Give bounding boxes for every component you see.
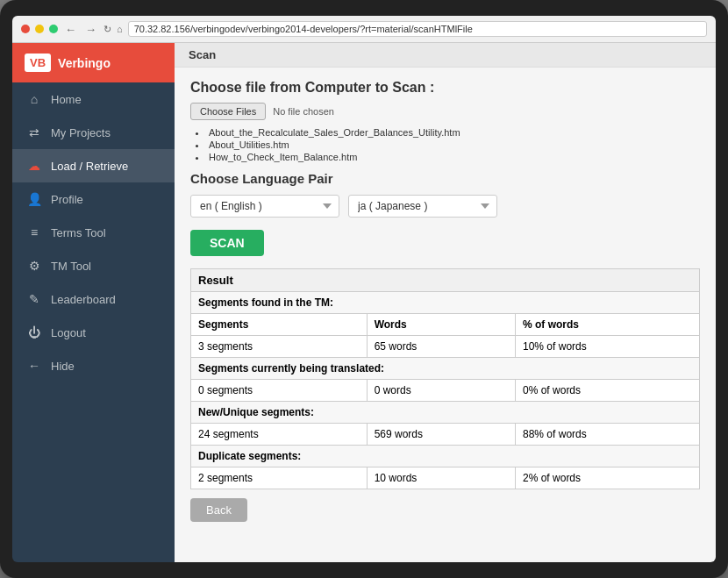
section1-header-row: Segments found in the TM: xyxy=(191,292,700,314)
maximize-btn-icon[interactable] xyxy=(49,25,58,33)
table-row: 3 segments 65 words 10% of words xyxy=(191,336,700,358)
forward-arrow-icon[interactable]: → xyxy=(83,23,98,36)
section1-label: Segments found in the TM: xyxy=(191,292,700,314)
back-button[interactable]: Back xyxy=(190,498,247,522)
sidebar-item-label-my-projects: My Projects xyxy=(51,126,111,139)
sidebar-item-tm-tool[interactable]: ⚙ TM Tool xyxy=(12,249,175,282)
sidebar-item-logout[interactable]: ⏻ Logout xyxy=(12,316,175,349)
logout-icon: ⏻ xyxy=(26,325,42,339)
row4-segments: 2 segments xyxy=(191,467,368,489)
file-item-2: About_Utilities.htm xyxy=(196,139,700,150)
profile-icon: 👤 xyxy=(26,192,42,206)
section2-label: Segments currently being translated: xyxy=(191,358,700,380)
file-chooser-row: Choose Files No file chosen xyxy=(190,103,700,120)
section3-header-row: New/Unique segments: xyxy=(191,402,700,424)
lang-selects: en ( English ) ja ( Japanese ) xyxy=(190,195,700,218)
file-item-3: How_to_Check_Item_Balance.htm xyxy=(196,152,700,162)
page-header: Scan xyxy=(175,43,716,68)
leaderboard-icon: ✎ xyxy=(26,292,42,306)
logo-abbr: VB xyxy=(25,54,51,72)
section4-header-row: Duplicate segments: xyxy=(191,446,700,467)
browser-chrome: ← → ↻ ⌂ xyxy=(12,16,716,43)
logo-name: Verbingo xyxy=(58,56,111,70)
col-pct-header: % of words xyxy=(516,314,700,336)
choose-files-button[interactable]: Choose Files xyxy=(190,103,266,120)
close-btn-icon[interactable] xyxy=(21,25,30,33)
device-frame: ← → ↻ ⌂ VB Verbingo ⌂ Home ⇄ My Projects xyxy=(0,0,728,578)
section2-header-row: Segments currently being translated: xyxy=(191,358,700,380)
row3-words: 569 words xyxy=(367,424,515,446)
col-header-row: Segments Words % of words xyxy=(191,314,700,336)
table-row: 0 segments 0 words 0% of words xyxy=(191,380,700,402)
row2-words: 0 words xyxy=(367,380,515,402)
col-words-header: Words xyxy=(367,314,515,336)
sidebar-item-label-hide: Hide xyxy=(51,360,75,373)
home-nav-icon: ⌂ xyxy=(26,92,42,106)
row2-pct: 0% of words xyxy=(516,380,700,402)
no-file-text: No file chosen xyxy=(273,106,334,117)
sidebar: VB Verbingo ⌂ Home ⇄ My Projects ☁ Load … xyxy=(12,43,175,562)
section4-label: Duplicate segments: xyxy=(191,446,700,467)
back-arrow-icon[interactable]: ← xyxy=(63,23,78,36)
result-header: Result xyxy=(191,269,700,292)
sidebar-item-leaderboard[interactable]: ✎ Leaderboard xyxy=(12,282,175,316)
result-table: Result Segments found in the TM: Segment… xyxy=(190,268,700,489)
row1-segments: 3 segments xyxy=(191,336,368,358)
sidebar-item-load-retrieve[interactable]: ☁ Load / Retrieve xyxy=(12,149,175,182)
scan-button[interactable]: SCAN xyxy=(190,230,264,256)
sidebar-nav: ⌂ Home ⇄ My Projects ☁ Load / Retrieve 👤… xyxy=(12,82,175,562)
section3-label: New/Unique segments: xyxy=(191,402,700,424)
main-content: Scan Choose file from Computer to Scan :… xyxy=(175,43,716,562)
terms-tool-icon: ≡ xyxy=(26,225,42,239)
row2-segments: 0 segments xyxy=(191,380,368,402)
hide-icon: ← xyxy=(26,359,42,373)
sidebar-item-label-tm-tool: TM Tool xyxy=(51,260,91,273)
content-area: Choose file from Computer to Scan : Choo… xyxy=(175,68,716,534)
sidebar-item-label-leaderboard: Leaderboard xyxy=(51,293,116,306)
refresh-icon[interactable]: ↻ xyxy=(103,24,111,35)
sidebar-item-home[interactable]: ⌂ Home xyxy=(12,82,175,116)
home-icon[interactable]: ⌂ xyxy=(117,24,123,34)
source-language-select[interactable]: en ( English ) xyxy=(190,195,339,218)
load-retrieve-icon: ☁ xyxy=(26,159,42,173)
sidebar-item-profile[interactable]: 👤 Profile xyxy=(12,182,175,216)
file-item-1: About_the_Recalculate_Sales_Order_Balanc… xyxy=(196,127,700,138)
row4-pct: 2% of words xyxy=(516,467,700,489)
row1-pct: 10% of words xyxy=(516,336,700,358)
file-list: About_the_Recalculate_Sales_Order_Balanc… xyxy=(190,127,700,162)
table-row: 2 segments 10 words 2% of words xyxy=(191,467,700,489)
sidebar-item-label-terms-tool: Terms Tool xyxy=(51,226,106,239)
file-section-title: Choose file from Computer to Scan : xyxy=(190,80,700,96)
sidebar-logo: VB Verbingo xyxy=(12,43,175,82)
sidebar-item-terms-tool[interactable]: ≡ Terms Tool xyxy=(12,216,175,249)
row4-words: 10 words xyxy=(367,467,515,489)
row3-segments: 24 segments xyxy=(191,424,368,446)
sidebar-item-hide[interactable]: ← Hide xyxy=(12,349,175,382)
browser-body: VB Verbingo ⌂ Home ⇄ My Projects ☁ Load … xyxy=(12,43,716,562)
sidebar-item-my-projects[interactable]: ⇄ My Projects xyxy=(12,116,175,149)
row3-pct: 88% of words xyxy=(516,424,700,446)
tm-tool-icon: ⚙ xyxy=(26,259,42,273)
sidebar-item-label-logout: Logout xyxy=(51,326,86,339)
my-projects-icon: ⇄ xyxy=(26,125,42,139)
target-language-select[interactable]: ja ( Japanese ) xyxy=(348,195,497,218)
url-bar[interactable] xyxy=(128,21,707,37)
sidebar-item-label-load-retrieve: Load / Retrieve xyxy=(51,160,128,173)
table-row: 24 segments 569 words 88% of words xyxy=(191,424,700,446)
sidebar-item-label-profile: Profile xyxy=(51,193,83,206)
col-segments-header: Segments xyxy=(191,314,368,336)
minimize-btn-icon[interactable] xyxy=(35,25,44,33)
row1-words: 65 words xyxy=(367,336,515,358)
lang-pair-title: Choose Language Pair xyxy=(190,171,700,186)
sidebar-item-label-home: Home xyxy=(51,93,82,106)
